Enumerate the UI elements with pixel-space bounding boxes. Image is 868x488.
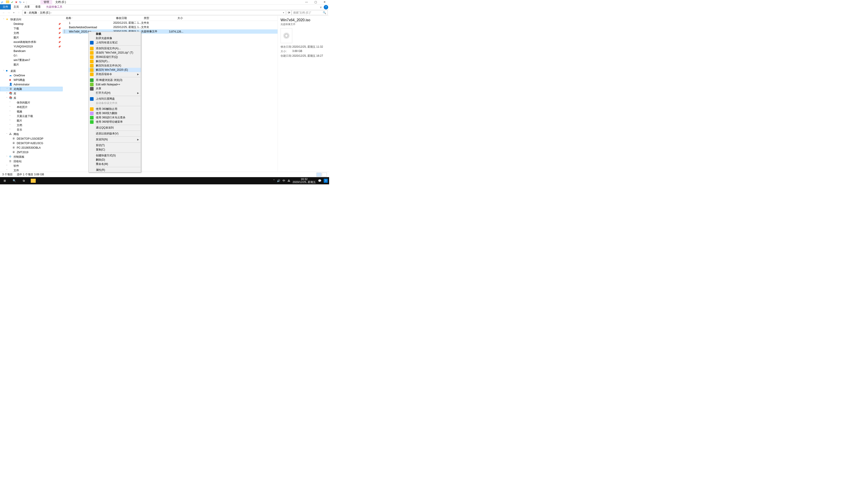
- tree-item[interactable]: ˃ 图片: [0, 119, 63, 123]
- menu-item[interactable]: 刻录光盘映像: [89, 36, 141, 40]
- forward-button[interactable]: →: [6, 11, 11, 14]
- navigation-pane[interactable]: ˅ ★ 快速访问 Desktop 📌 下载 📌 文档 📌 图片 📌 excel表…: [0, 16, 63, 172]
- tree-item[interactable]: YUNQISHI2019 📌: [0, 44, 63, 49]
- tree-item[interactable]: 🖥 DESKTOP-NJEU3CG: [0, 141, 63, 145]
- tree-item[interactable]: ˅ 🖧 网络: [0, 132, 63, 136]
- expand-icon[interactable]: ˃: [6, 92, 9, 95]
- menu-item[interactable]: 重命名(M): [89, 162, 141, 166]
- menu-item[interactable]: 删除(D): [89, 158, 141, 162]
- tree-item[interactable]: excel表格制作求和 📌: [0, 40, 63, 44]
- tree-item[interactable]: ˅ ★ 快速访问: [0, 17, 63, 22]
- menu-item[interactable]: 共享: [89, 87, 141, 91]
- menu-item[interactable]: 通过QQ发送到: [89, 126, 141, 130]
- chevron-right-icon[interactable]: ›: [38, 11, 39, 14]
- ribbon-expand-icon[interactable]: ∨: [318, 5, 324, 9]
- menu-item[interactable]: 属性(R): [89, 168, 141, 172]
- tree-item[interactable]: ˃ 文档: [0, 123, 63, 127]
- expand-icon[interactable]: ˃: [9, 129, 12, 131]
- menu-item[interactable]: 创建快捷方式(S): [89, 153, 141, 158]
- column-size[interactable]: 大小: [166, 16, 185, 20]
- network-icon[interactable]: 🖧: [287, 179, 290, 182]
- maximize-button[interactable]: ▢: [311, 0, 320, 4]
- menu-item[interactable]: 使用 360管理右键菜单: [89, 120, 141, 124]
- file-row[interactable]: 1 2020/12/15, 星期二 1... 文件夹: [63, 21, 278, 25]
- taskbar[interactable]: ⊞ 🔍 ⧉ ˄ 🔊 中 🖧 16:32 2020/12/25, 星期五 💬 3: [0, 177, 329, 184]
- expand-icon[interactable]: ˃: [6, 169, 9, 171]
- menu-item[interactable]: 上传到有道云笔记: [89, 40, 141, 45]
- details-view-button[interactable]: [316, 173, 321, 177]
- expand-icon[interactable]: ˃: [9, 120, 12, 122]
- tree-item[interactable]: 🖥 PC-20190530OBLA: [0, 145, 63, 150]
- tree-item[interactable]: 🖥 DESKTOP-LSSOEDP: [0, 136, 63, 141]
- expand-icon[interactable]: ˅: [6, 133, 9, 135]
- clock[interactable]: 16:32 2020/12/25, 星期五: [292, 178, 316, 184]
- address-dropdown-icon[interactable]: ▾: [283, 11, 284, 14]
- tree-item[interactable]: ˃ 天翼云盘下载: [0, 114, 63, 119]
- tree-item[interactable]: ☁ OneDrive: [0, 73, 63, 78]
- expand-icon[interactable]: ˃: [9, 115, 12, 117]
- tree-item[interactable]: ˃ 本机照片: [0, 105, 63, 109]
- menu-item[interactable]: 装载: [89, 32, 141, 36]
- tree-item[interactable]: ˃ 音乐: [0, 127, 63, 132]
- tray-chevron-icon[interactable]: ˄: [273, 179, 275, 182]
- menu-item[interactable]: 添加到 "Win7x64_2020.zip" (T): [89, 51, 141, 55]
- expand-icon[interactable]: ˃: [6, 88, 9, 90]
- search-input[interactable]: 搜索"文档 (E:)" 🔍: [291, 10, 328, 15]
- file-row[interactable]: BaiduNetdiskDownload 2020/12/25, 星期五 1..…: [63, 25, 278, 29]
- tree-item[interactable]: 图片: [0, 62, 63, 67]
- icons-view-button[interactable]: [322, 173, 327, 177]
- column-name[interactable]: 名称 ˄: [63, 16, 113, 20]
- back-button[interactable]: ←: [1, 11, 6, 14]
- tree-item[interactable]: ˃ 视频: [0, 109, 63, 114]
- column-date[interactable]: 修改日期: [113, 16, 141, 20]
- qat-dropdown-icon[interactable]: ▾: [23, 1, 24, 3]
- expand-icon[interactable]: ˃: [6, 165, 9, 167]
- notification-badge[interactable]: 3: [324, 179, 328, 183]
- task-view-button[interactable]: ⧉: [19, 177, 29, 184]
- menu-item[interactable]: 打开方式(H) ▶: [89, 91, 141, 95]
- tree-item[interactable]: ˅ 📚 库: [0, 96, 63, 100]
- contextual-tab-manage[interactable]: 管理: [40, 0, 52, 4]
- tree-item[interactable]: win7重装win7: [0, 58, 63, 62]
- ribbon-tab-share[interactable]: 共享: [22, 4, 33, 9]
- restore-icon[interactable]: ↻: [19, 1, 22, 4]
- menu-item[interactable]: 解压到 Win7x64_2020\ (E): [89, 68, 141, 72]
- taskbar-explorer[interactable]: [29, 177, 38, 184]
- search-icon[interactable]: 🔍: [323, 11, 326, 14]
- chevron-right-icon[interactable]: ›: [27, 11, 28, 14]
- refresh-button[interactable]: ⟳: [287, 10, 291, 15]
- menu-item[interactable]: Edit with Notepad++: [89, 82, 141, 87]
- menu-item[interactable]: 复制(C): [89, 148, 141, 152]
- menu-item[interactable]: 还原以前的版本(V): [89, 131, 141, 136]
- start-button[interactable]: ⊞: [0, 177, 9, 184]
- ribbon-tab-home[interactable]: 主页: [11, 4, 22, 9]
- tree-item[interactable]: 🖥 ZMT2019: [0, 150, 63, 155]
- breadcrumb-current[interactable]: 文档 (E:): [40, 11, 51, 15]
- search-button[interactable]: 🔍: [9, 177, 19, 184]
- ribbon-tab-file[interactable]: 文件: [0, 4, 11, 9]
- tree-item[interactable]: ˃ 🖥 此电脑: [0, 87, 63, 91]
- close-button[interactable]: ✕: [320, 0, 329, 4]
- expand-icon[interactable]: ˅: [6, 97, 9, 99]
- menu-item[interactable]: 发送到(N) ▶: [89, 137, 141, 142]
- tree-item[interactable]: ˃ 软件: [0, 164, 63, 168]
- menu-item[interactable]: 使用 360进行木马云查杀: [89, 116, 141, 120]
- ime-indicator[interactable]: 中: [283, 179, 285, 183]
- tree-item[interactable]: ˃ 📚 库: [0, 91, 63, 96]
- expand-icon[interactable]: ˅: [3, 70, 6, 72]
- volume-icon[interactable]: 🔊: [277, 179, 280, 182]
- notification-icon[interactable]: 💬: [318, 179, 321, 182]
- expand-icon[interactable]: ˃: [9, 101, 12, 104]
- system-tray[interactable]: ˄ 🔊 中 🖧 16:32 2020/12/25, 星期五 💬 3: [273, 178, 329, 184]
- tree-item[interactable]: ˅ ■ 桌面: [0, 69, 63, 73]
- expand-icon[interactable]: ˃: [9, 110, 12, 113]
- breadcrumb-root[interactable]: 此电脑: [29, 11, 37, 15]
- ribbon-tab-view[interactable]: 查看: [33, 4, 43, 9]
- minimize-button[interactable]: —: [302, 0, 311, 4]
- menu-item[interactable]: 其他压缩命令 ▶: [89, 72, 141, 76]
- tree-item[interactable]: 👤 Administrator: [0, 82, 63, 87]
- check-icon[interactable]: ✔: [11, 1, 13, 4]
- tree-item[interactable]: ˃ 保存的图片: [0, 100, 63, 105]
- tree-item[interactable]: ˃ 文件: [0, 168, 63, 172]
- nav-icon[interactable]: ⇄: [1, 1, 4, 4]
